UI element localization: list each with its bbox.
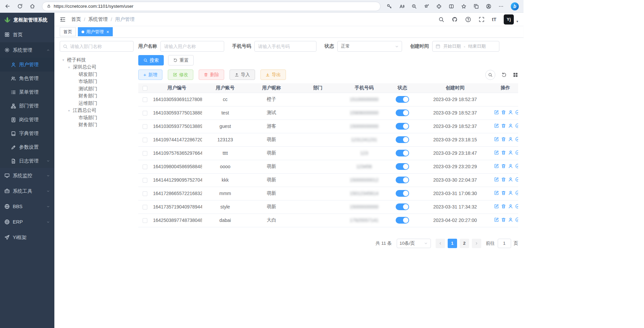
reset-password-icon[interactable] (508, 177, 513, 182)
delete-icon[interactable] (501, 217, 506, 222)
next-page-button[interactable] (472, 239, 481, 248)
sidebar-item-post[interactable]: 岗位管理 (0, 113, 54, 127)
select-all-checkbox[interactable] (143, 86, 147, 91)
status-toggle[interactable] (396, 163, 409, 170)
sidebar-item-role[interactable]: 角色管理 (0, 72, 54, 85)
page-button-1[interactable]: 1 (448, 239, 457, 248)
delete-icon[interactable] (501, 110, 506, 115)
user-avatar[interactable]: Yj (504, 14, 514, 25)
row-checkbox[interactable] (143, 165, 147, 169)
row-checkbox[interactable] (143, 218, 147, 223)
edit-icon[interactable] (494, 150, 499, 155)
row-checkbox[interactable] (143, 178, 147, 183)
extensions-icon[interactable] (436, 4, 442, 9)
reset-password-icon[interactable] (508, 217, 513, 222)
edit-icon[interactable] (494, 137, 499, 142)
delete-button[interactable]: 删除 (199, 69, 224, 80)
page-button-2[interactable]: 2 (460, 239, 469, 248)
export-button[interactable]: 导出 (260, 69, 286, 80)
row-checkbox[interactable] (143, 138, 147, 142)
url-bar[interactable]: https://ccnetcore.com:1101/system/user (42, 2, 381, 11)
assign-role-icon[interactable] (515, 123, 518, 128)
sidebar-item-dept[interactable]: 部门管理 (0, 99, 54, 113)
edit-icon[interactable] (494, 123, 499, 128)
tree-node[interactable]: ▾深圳总公司 (60, 64, 134, 71)
search-button[interactable]: 搜索 (138, 55, 164, 65)
sidebar-item-log[interactable]: 日志管理 (0, 154, 54, 168)
reset-password-icon[interactable] (508, 190, 513, 195)
delete-icon[interactable] (501, 177, 506, 182)
goto-page-input[interactable] (498, 239, 511, 248)
caret-down-icon[interactable]: ▾ (61, 58, 65, 62)
edit-icon[interactable] (494, 177, 499, 182)
add-button[interactable]: + 新增 (138, 69, 162, 80)
status-toggle[interactable] (396, 203, 409, 210)
reset-button[interactable]: 重置 (168, 55, 194, 65)
status-toggle[interactable] (396, 190, 409, 197)
edit-icon[interactable] (494, 110, 499, 115)
edit-icon[interactable] (494, 190, 499, 195)
reset-password-icon[interactable] (508, 123, 513, 128)
toggle-search-button[interactable] (485, 70, 495, 80)
split-screen-icon[interactable] (449, 4, 454, 9)
import-button[interactable]: 导入 (230, 69, 255, 80)
reload-icon[interactable] (17, 3, 23, 9)
assign-role-icon[interactable] (515, 150, 518, 155)
zoom-out-icon[interactable] (411, 4, 417, 9)
sidebar-item-tools[interactable]: 系统工具 (0, 183, 54, 199)
more-icon[interactable] (498, 4, 504, 9)
status-toggle[interactable] (396, 177, 409, 183)
sidebar-item-home[interactable]: 首页 (0, 27, 54, 42)
assign-role-icon[interactable] (515, 137, 518, 142)
sidebar-item-user[interactable]: 用户管理 (0, 58, 54, 72)
assign-role-icon[interactable] (515, 204, 518, 209)
tab-home[interactable]: 首页 (60, 27, 76, 36)
github-icon[interactable] (452, 16, 458, 22)
reset-password-icon[interactable] (508, 163, 513, 169)
read-aloud-icon[interactable] (399, 4, 404, 9)
sidebar-item-yi[interactable]: Yi框架 (0, 230, 54, 245)
tab-user[interactable]: 用户管理× (78, 27, 113, 36)
edit-icon[interactable] (494, 204, 499, 209)
status-select[interactable]: 正常 (337, 41, 402, 52)
tree-node[interactable]: 运维部门 (60, 100, 134, 107)
help-icon[interactable] (465, 16, 471, 22)
delete-icon[interactable] (501, 150, 506, 155)
favorites-icon[interactable] (461, 4, 466, 9)
caret-down-icon[interactable]: ▾ (67, 109, 71, 112)
edit-icon[interactable] (494, 163, 499, 169)
collapse-sidebar-button[interactable] (60, 16, 66, 22)
sidebar-item-bbs[interactable]: BBS (0, 199, 54, 214)
status-toggle[interactable] (396, 217, 409, 224)
delete-icon[interactable] (501, 204, 506, 209)
tree-node[interactable]: 研发部门 (60, 71, 134, 78)
search-icon[interactable] (438, 16, 444, 22)
status-toggle[interactable] (396, 96, 409, 103)
department-search-input[interactable] (60, 41, 134, 52)
phone-input[interactable] (254, 41, 316, 52)
status-toggle[interactable] (396, 123, 409, 130)
row-checkbox[interactable] (143, 124, 147, 129)
tree-node[interactable]: 财务部门 (60, 122, 134, 129)
row-checkbox[interactable] (143, 111, 147, 115)
column-settings-button[interactable] (513, 72, 518, 78)
edit-button[interactable]: 修改 (168, 69, 193, 80)
row-checkbox[interactable] (143, 151, 147, 156)
delete-icon[interactable] (501, 163, 506, 169)
sidebar-item-erp[interactable]: ERP (0, 214, 54, 230)
prev-page-button[interactable] (436, 239, 445, 248)
tree-node[interactable]: 市场部门 (60, 78, 134, 86)
delete-icon[interactable] (501, 137, 506, 142)
back-icon[interactable] (5, 3, 10, 9)
home-icon[interactable] (30, 3, 35, 9)
copilot-icon[interactable]: b (511, 2, 519, 10)
tree-node[interactable]: ▾江西总公司 (60, 107, 134, 114)
key-icon[interactable] (387, 4, 392, 9)
caret-down-icon[interactable]: ▾ (67, 65, 71, 69)
sidebar-item-monitor[interactable]: 系统监控 (0, 168, 54, 183)
row-checkbox[interactable] (143, 97, 147, 102)
reset-password-icon[interactable] (508, 204, 513, 209)
assign-role-icon[interactable] (515, 163, 518, 169)
tree-node[interactable]: 测试部门 (60, 85, 134, 93)
assign-role-icon[interactable] (515, 177, 518, 182)
